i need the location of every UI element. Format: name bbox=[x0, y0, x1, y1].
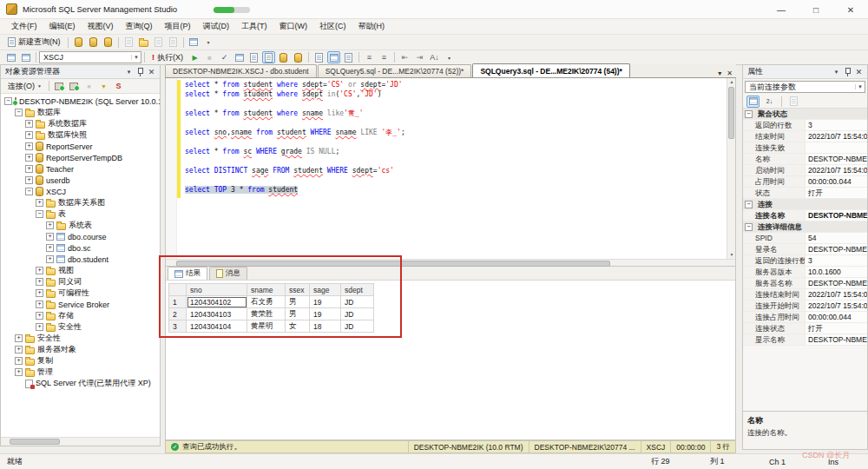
tree-item[interactable]: −XSCJ bbox=[1, 186, 160, 197]
tree-item[interactable]: −DESKTOP-NBME2IK (SQL Server 10.0.160 bbox=[1, 96, 160, 107]
tree-item[interactable]: +视图 bbox=[1, 265, 160, 276]
activity-monitor-icon[interactable] bbox=[187, 36, 201, 49]
tree-expander-icon[interactable]: + bbox=[15, 334, 23, 342]
analysis-services-query-icon[interactable] bbox=[87, 36, 100, 49]
sort-icon[interactable]: A↓ bbox=[428, 51, 441, 63]
results-to-text-icon[interactable] bbox=[312, 51, 326, 63]
specify-values-icon[interactable] bbox=[262, 51, 275, 63]
property-value[interactable]: 00:00:00.044 bbox=[806, 176, 867, 187]
tree-expander-icon[interactable]: + bbox=[15, 368, 23, 376]
tree-item[interactable]: +Service Broker bbox=[1, 299, 160, 310]
property-row[interactable]: 显示名称DESKTOP-NBME2IK bbox=[743, 334, 867, 346]
stop-icon[interactable]: ■ bbox=[82, 80, 95, 92]
tree-expander-icon[interactable]: + bbox=[46, 233, 54, 241]
refresh-server-icon[interactable] bbox=[53, 80, 66, 92]
tree-item[interactable]: +系统数据库 bbox=[1, 118, 160, 129]
execute-button[interactable]: ! 执行(X) bbox=[148, 51, 187, 64]
open-file-icon[interactable] bbox=[137, 36, 150, 49]
menu-item[interactable]: 编辑(E) bbox=[43, 19, 82, 34]
collapse-icon[interactable]: − bbox=[745, 201, 753, 208]
property-value[interactable]: DESKTOP-NBME2IK bbox=[806, 154, 867, 164]
tree-item[interactable]: +安全性 bbox=[1, 321, 160, 333]
property-value[interactable]: 54 bbox=[806, 233, 867, 243]
grid-cell[interactable]: 1204304103 bbox=[187, 308, 247, 320]
menu-item[interactable]: 视图(V) bbox=[82, 19, 120, 34]
comment-icon[interactable]: ≡ bbox=[363, 51, 376, 63]
grid-cell[interactable]: 黄荣胜 bbox=[247, 308, 286, 320]
property-value[interactable]: 3 bbox=[806, 255, 867, 266]
compact-edition-query-icon[interactable] bbox=[102, 36, 115, 49]
grid-column-header[interactable]: sage bbox=[310, 284, 341, 296]
property-row[interactable]: 连接开始时间2022/10/7 15:54:08 bbox=[743, 301, 867, 312]
parse-check-icon[interactable]: ✓ bbox=[218, 51, 231, 63]
tree-expander-icon[interactable]: + bbox=[46, 244, 54, 252]
grid-cell[interactable]: 18 bbox=[310, 320, 341, 333]
tree-expander-icon[interactable]: + bbox=[36, 278, 43, 286]
property-section[interactable]: −聚合状态 bbox=[743, 109, 867, 120]
property-value[interactable]: DESKTOP-NBME2IK bbox=[806, 210, 867, 221]
tree-item[interactable]: +可编程性 bbox=[1, 287, 160, 299]
grid-row-header[interactable]: 3 bbox=[169, 320, 187, 333]
tree-expander-icon[interactable]: + bbox=[25, 142, 33, 150]
property-row[interactable]: 结束时间2022/10/7 15:54:08 bbox=[743, 131, 867, 142]
grid-cell[interactable]: 石文勇 bbox=[247, 296, 286, 308]
properties-object-selector[interactable]: 当前连接参数 ▼ bbox=[745, 81, 865, 93]
property-row[interactable]: 连接名称DESKTOP-NBME2IK bbox=[743, 210, 867, 221]
tree-item[interactable]: +Teacher bbox=[1, 163, 160, 175]
tree-expander-icon[interactable]: + bbox=[36, 312, 43, 320]
tree-expander-icon[interactable]: + bbox=[46, 255, 54, 263]
save-icon[interactable] bbox=[152, 36, 165, 49]
document-tab[interactable]: SQLQuery3.sql - DE...ME2IK\20774 (54))* bbox=[472, 63, 629, 77]
results-to-grid-icon[interactable] bbox=[327, 51, 340, 63]
property-value[interactable]: DESKTOP-NBME2IK bbox=[806, 278, 867, 288]
include-plan-icon[interactable] bbox=[292, 51, 305, 63]
tree-item[interactable]: +复制 bbox=[1, 355, 160, 367]
grid-cell[interactable]: 黄星明 bbox=[247, 320, 286, 333]
tree-item[interactable]: +数据库关系图 bbox=[1, 197, 160, 208]
grid-column-header[interactable]: sname bbox=[247, 284, 286, 296]
tree-expander-icon[interactable]: − bbox=[25, 188, 33, 195]
connect-button[interactable]: 连接(O) ▼ bbox=[3, 80, 46, 93]
grid-row-header[interactable]: 2 bbox=[169, 308, 187, 320]
property-row[interactable]: 连接失败 bbox=[743, 142, 867, 154]
grid-cell[interactable]: 19 bbox=[310, 296, 341, 308]
tree-expander-icon[interactable]: − bbox=[4, 97, 12, 105]
grid-cell[interactable]: JD bbox=[341, 320, 374, 333]
property-row[interactable]: 服务器名称DESKTOP-NBME2IK bbox=[743, 278, 867, 289]
grid-corner-cell[interactable] bbox=[169, 284, 187, 296]
filter-icon[interactable]: ▼ bbox=[97, 80, 110, 92]
decrease-indent-icon[interactable]: ⇤ bbox=[398, 51, 411, 63]
grid-cell[interactable]: 女 bbox=[286, 320, 310, 333]
tree-expander-icon[interactable]: + bbox=[36, 323, 43, 331]
close-icon[interactable]: ✕ bbox=[853, 68, 865, 76]
categorized-view-icon[interactable] bbox=[746, 96, 760, 108]
close-document-icon[interactable]: ✕ bbox=[727, 69, 733, 77]
change-type-icon[interactable] bbox=[19, 51, 32, 63]
tree-item[interactable]: +userdb bbox=[1, 175, 160, 186]
collapse-icon[interactable]: − bbox=[745, 110, 753, 118]
database-engine-query-icon[interactable] bbox=[72, 36, 85, 49]
tree-item[interactable]: +数据库快照 bbox=[1, 129, 160, 141]
property-value[interactable]: 10.0.1600 bbox=[806, 267, 867, 277]
property-value[interactable]: 00:00:00.044 bbox=[806, 312, 867, 322]
property-row[interactable]: 返回的连接行数3 bbox=[743, 255, 867, 267]
pin-icon[interactable] bbox=[136, 67, 144, 77]
menu-item[interactable]: 帮助(H) bbox=[352, 19, 391, 34]
property-pages-icon[interactable] bbox=[787, 96, 800, 108]
script-icon[interactable]: S bbox=[112, 80, 125, 92]
uncomment-icon[interactable]: ≡ bbox=[378, 51, 391, 63]
property-value[interactable]: 2022/10/7 15:54:08 bbox=[806, 289, 867, 300]
tree-item[interactable]: −表 bbox=[1, 208, 160, 220]
tree-expander-icon[interactable]: + bbox=[36, 199, 43, 207]
menu-item[interactable]: 文件(F) bbox=[5, 19, 43, 34]
menu-item[interactable]: 查询(Q) bbox=[120, 19, 159, 34]
menu-item[interactable]: 社区(C) bbox=[313, 19, 352, 34]
tree-item[interactable]: +SQL Server 代理(已禁用代理 XP) bbox=[1, 378, 160, 389]
tree-item[interactable]: +服务器对象 bbox=[1, 344, 160, 355]
property-value[interactable] bbox=[806, 142, 867, 153]
alphabetical-sort-icon[interactable]: 2↓ bbox=[763, 96, 776, 108]
property-value[interactable]: 3 bbox=[806, 120, 867, 130]
tree-expander-icon[interactable]: + bbox=[15, 357, 23, 365]
tree-expander-icon[interactable]: + bbox=[25, 154, 33, 162]
property-row[interactable]: 状态打开 bbox=[743, 188, 867, 199]
